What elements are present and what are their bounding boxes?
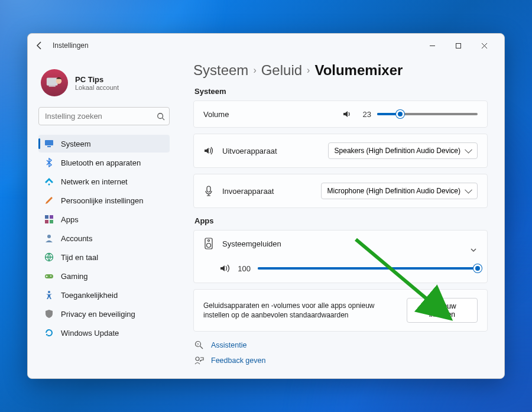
breadcrumb-sound[interactable]: Geluid [261, 62, 302, 79]
feedback-link[interactable]: Feedback geven [193, 353, 488, 368]
reset-description: Geluidsapparaten en -volumes voor alle a… [203, 301, 398, 320]
svg-point-24 [207, 244, 211, 248]
monitor-icon [44, 139, 54, 148]
speaker-icon[interactable] [342, 109, 352, 119]
sidebar-item-privacy-en-beveiliging[interactable]: Privacy en beveiliging [38, 305, 170, 323]
sidebar-item-label: Accounts [61, 234, 92, 243]
profile-subtitle: Lokaal account [75, 84, 119, 91]
sidebar-item-apps[interactable]: Apps [38, 210, 170, 228]
output-label: Uitvoerapparaat [222, 147, 277, 155]
volume-slider[interactable] [377, 113, 478, 115]
svg-point-20 [48, 291, 50, 293]
main-panel: Systeem › Geluid › Volumemixer Systeem V… [177, 57, 504, 378]
avatar [41, 69, 68, 96]
output-device-value: Speakers (High Definition Audio Device) [335, 147, 460, 155]
svg-rect-15 [50, 220, 53, 223]
profile-name: PC Tips [75, 75, 119, 84]
reset-row: Geluidsapparaten en -volumes voor alle a… [193, 289, 488, 332]
titlebar: Instellingen [28, 34, 504, 57]
maximize-button[interactable] [445, 37, 471, 54]
output-device-row: Uitvoerapparaat Speakers (High Definitio… [193, 134, 488, 168]
sidebar-item-label: Tijd en taal [61, 253, 98, 262]
speaker-loud-icon[interactable] [220, 264, 231, 273]
sidebar-item-label: Persoonlijke instellingen [61, 196, 143, 205]
svg-line-8 [163, 118, 165, 120]
help-link[interactable]: ? Assistentie [193, 338, 488, 353]
section-system-label: Systeem [194, 87, 488, 96]
app-name: Systeemgeluiden [222, 239, 281, 248]
help-label: Assistentie [211, 341, 246, 349]
sidebar-item-accounts[interactable]: Accounts [38, 229, 170, 247]
sidebar-item-label: Apps [61, 215, 79, 224]
update-icon [44, 328, 54, 338]
sidebar-item-gaming[interactable]: Gaming [38, 267, 170, 285]
svg-text:?: ? [197, 343, 199, 346]
output-device-dropdown[interactable]: Speakers (High Definition Audio Device) [328, 142, 478, 159]
reset-button[interactable]: Opnieuw instellen [407, 298, 478, 323]
svg-point-11 [48, 184, 50, 186]
accessibility-icon [44, 290, 54, 300]
svg-rect-14 [45, 220, 48, 223]
sidebar-item-systeem[interactable]: Systeem [38, 135, 170, 153]
breadcrumb: Systeem › Geluid › Volumemixer [193, 62, 488, 79]
app-volume-item: Systeemgeluiden 100 [193, 230, 488, 283]
app-volume-value: 100 [238, 264, 251, 273]
volume-row: Volume 23 [193, 100, 488, 128]
sidebar-item-persoonlijke-instellingen[interactable]: Persoonlijke instellingen [38, 192, 170, 209]
input-device-value: Microphone (High Definition Audio Device… [327, 187, 460, 195]
input-device-row: Invoerapparaat Microphone (High Definiti… [193, 174, 488, 208]
feedback-label: Feedback geven [211, 356, 265, 365]
sidebar-item-bluetooth-en-apparaten[interactable]: Bluetooth en apparaten [38, 154, 170, 171]
bluetooth-icon [44, 158, 54, 167]
breadcrumb-current: Volumemixer [314, 62, 403, 79]
svg-point-23 [208, 240, 210, 242]
globe-clock-icon [44, 252, 54, 262]
search-icon [157, 112, 165, 121]
input-label: Invoerapparaat [222, 187, 274, 196]
person-icon [44, 233, 54, 243]
minimize-button[interactable] [419, 37, 445, 54]
feedback-icon [194, 356, 204, 365]
system-sounds-icon [203, 238, 214, 249]
volume-value: 23 [358, 110, 371, 119]
sidebar-item-label: Gaming [61, 272, 88, 281]
sidebar-item-label: Netwerk en internet [61, 177, 128, 186]
sidebar-item-tijd-en-taal[interactable]: Tijd en taal [38, 248, 170, 266]
sidebar-item-label: Systeem [61, 140, 91, 148]
sidebar-item-toegankelijkheid[interactable]: Toegankelijkheid [38, 286, 170, 304]
search-box [38, 107, 170, 125]
sidebar-item-label: Privacy en beveiliging [61, 310, 135, 319]
close-button[interactable] [471, 37, 497, 54]
wifi-icon [44, 177, 54, 186]
search-input[interactable] [38, 107, 170, 125]
svg-point-6 [56, 79, 61, 84]
chevron-right-icon: › [253, 65, 256, 76]
brush-icon [44, 196, 54, 205]
settings-window: Instellingen PC Tips Lokaal account [27, 33, 505, 379]
input-device-dropdown[interactable]: Microphone (High Definition Audio Device… [321, 183, 478, 199]
svg-point-16 [47, 235, 51, 238]
sidebar-item-label: Toegankelijkheid [61, 291, 118, 300]
svg-point-27 [196, 357, 199, 361]
sidebar-item-windows-update[interactable]: Windows Update [38, 324, 170, 342]
svg-rect-21 [207, 186, 210, 192]
back-button[interactable] [35, 41, 44, 50]
help-icon: ? [194, 340, 204, 350]
svg-rect-5 [49, 86, 56, 87]
sidebar-item-label: Windows Update [61, 329, 119, 338]
speaker-out-icon [203, 145, 214, 156]
expand-chevron-icon[interactable] [469, 246, 478, 257]
svg-point-19 [50, 275, 51, 277]
profile-block[interactable]: PC Tips Lokaal account [41, 69, 170, 96]
breadcrumb-system[interactable]: Systeem [193, 62, 248, 79]
app-volume-slider[interactable] [258, 267, 478, 270]
section-apps-label: Apps [194, 216, 488, 225]
sidebar: PC Tips Lokaal account SysteemBluetooth … [28, 57, 177, 378]
apps-icon [44, 215, 54, 224]
sidebar-item-netwerk-en-internet[interactable]: Netwerk en internet [38, 173, 170, 190]
window-title: Instellingen [53, 41, 89, 50]
svg-rect-9 [45, 140, 53, 145]
microphone-icon [203, 186, 214, 196]
window-controls [419, 37, 497, 54]
svg-point-7 [158, 113, 163, 118]
